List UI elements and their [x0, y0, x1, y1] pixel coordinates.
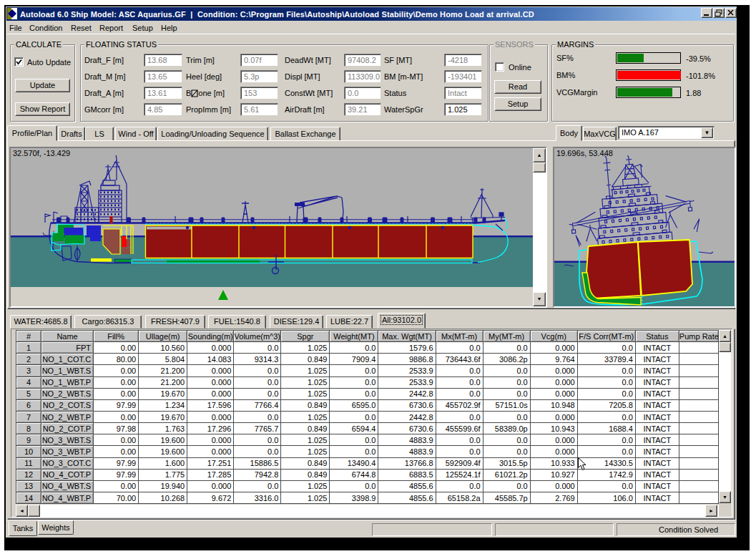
svg-text:32.570f, -13.429: 32.570f, -13.429 [13, 149, 70, 157]
svg-text:19.696s, 53.448: 19.696s, 53.448 [556, 149, 613, 157]
